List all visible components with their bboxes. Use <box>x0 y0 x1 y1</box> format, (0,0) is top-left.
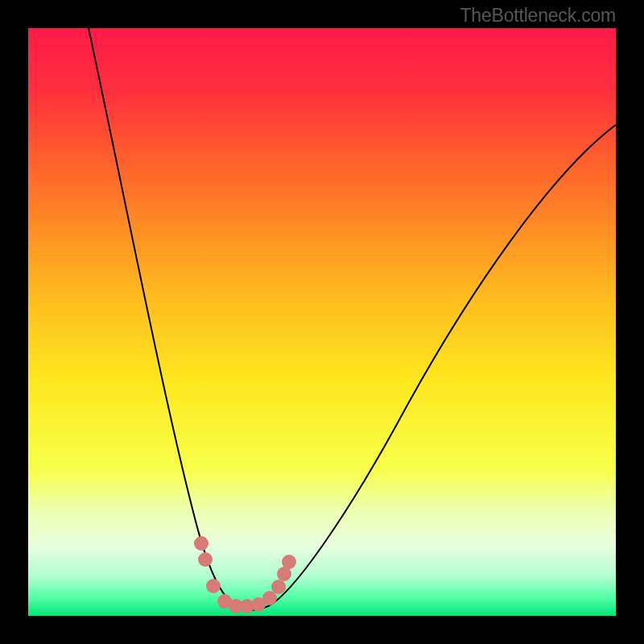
data-marker <box>282 555 296 569</box>
data-marker <box>262 591 277 605</box>
watermark-text: TheBottleneck.com <box>460 5 616 27</box>
chart-svg <box>28 28 616 616</box>
plot-area <box>28 28 616 616</box>
data-marker <box>194 536 208 551</box>
data-marker <box>206 579 221 593</box>
bottleneck-curve <box>89 28 616 610</box>
data-marker <box>198 552 213 567</box>
data-marker <box>271 580 286 594</box>
chart-frame: TheBottleneck.com <box>0 0 644 644</box>
